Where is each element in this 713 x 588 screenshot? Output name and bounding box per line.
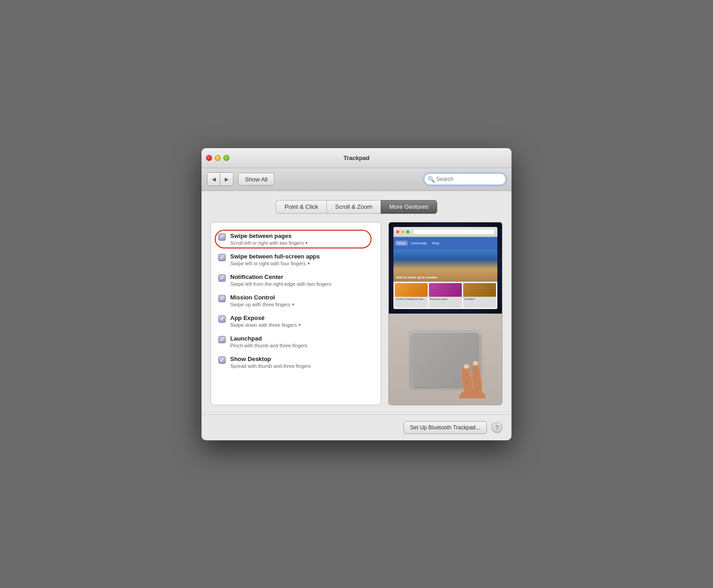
nav-tab-community: Community [409, 241, 429, 246]
back-button[interactable]: ◀ [207, 173, 220, 186]
hero-image: How to cheer up in London [393, 250, 497, 282]
card3-image [463, 283, 496, 297]
checkbox-mission-control[interactable] [218, 295, 226, 302]
checkbox-show-desktop[interactable] [218, 356, 226, 364]
browser-url-bar [413, 229, 495, 235]
card2-image [429, 283, 462, 297]
gesture-text-show-desktop: Show DesktopSpread with thumb and three … [230, 356, 373, 369]
forward-button[interactable]: ▶ [220, 173, 233, 186]
gesture-item-swipe-between-pages: Swipe between pagesScroll left or right … [216, 229, 376, 249]
tab-scroll-zoom[interactable]: Scroll & Zoom [326, 200, 381, 214]
nav-buttons: ◀ ▶ [207, 172, 233, 186]
gesture-title-notification-center: Notification Center [230, 273, 373, 280]
gesture-title-app-expose: App Exposé [230, 315, 373, 321]
nav-tab-shop: Shop [430, 241, 441, 246]
minimize-button[interactable] [215, 155, 221, 161]
gesture-text-notification-center: Notification CenterSwipe left from the r… [230, 273, 373, 287]
preview-screen: Home Community Shop How to cheer up in L… [389, 222, 502, 314]
checkbox-launchpad[interactable] [218, 336, 226, 343]
gesture-subtitle-notification-center: Swipe left from the right edge with two … [230, 281, 373, 287]
hero-section: How to cheer up in London [393, 250, 497, 282]
close-button[interactable] [206, 155, 212, 161]
content-grid: A Letter to Reading & more... Pictures &… [393, 282, 497, 309]
gesture-subtitle-show-desktop: Spread with thumb and three fingers [230, 363, 373, 369]
gesture-title-launchpad: Launchpad [230, 335, 373, 342]
preview-area: Home Community Shop How to cheer up in L… [388, 222, 502, 405]
footer: Set Up Bluetooth Trackpad... ? [202, 414, 512, 440]
content-area: Point & Click Scroll & Zoom More Gesture… [202, 191, 512, 414]
dropdown-arrow-swipe-fullscreen-apps[interactable]: ▾ [308, 261, 310, 266]
dropdown-arrow-app-expose[interactable]: ▾ [299, 323, 301, 327]
gesture-title-mission-control: Mission Control [230, 294, 373, 301]
gesture-item-app-expose: App ExposéSwipe down with three fingers … [216, 311, 376, 331]
checkbox-notification-center[interactable] [218, 274, 226, 282]
gesture-item-mission-control: Mission ControlSwipe up with three finge… [216, 290, 376, 311]
hero-text: How to cheer up in London [396, 276, 437, 279]
tab-point-click[interactable]: Point & Click [276, 200, 326, 214]
traffic-lights [206, 155, 229, 161]
card3-text: Any Bites? [463, 297, 496, 302]
content-card-1: A Letter to Reading & more... [395, 283, 428, 308]
dropdown-arrow-mission-control[interactable]: ▾ [292, 302, 294, 307]
card1-image [395, 283, 428, 297]
gesture-text-swipe-fullscreen-apps: Swipe between full-screen appsSwipe left… [230, 253, 373, 266]
gesture-subtitle-launchpad: Pinch with thumb and three fingers [230, 343, 373, 348]
titlebar: Trackpad [202, 148, 512, 168]
search-box: 🔍 [424, 173, 506, 185]
browser-close [396, 230, 399, 233]
search-icon: 🔍 [428, 176, 435, 183]
card1-text: A Letter to Reading & more... [395, 297, 428, 302]
gesture-text-swipe-between-pages: Swipe between pagesScroll left or right … [230, 232, 373, 246]
main-area: Swipe between pagesScroll left or right … [211, 222, 502, 405]
maximize-button[interactable] [223, 155, 229, 161]
preview-trackpad [389, 314, 502, 405]
hand-gesture-image [443, 335, 497, 400]
gesture-title-swipe-between-pages: Swipe between pages [230, 232, 373, 239]
gesture-item-launchpad: LaunchpadPinch with thumb and three fing… [216, 331, 376, 352]
content-card-2: Pictures & stories [429, 283, 462, 308]
nav-tab-home: Home [395, 241, 408, 246]
checkbox-app-expose[interactable] [218, 315, 226, 323]
browser-maximize [406, 230, 409, 233]
toolbar: ◀ ▶ Show All 🔍 [202, 168, 512, 191]
tab-more-gestures[interactable]: More Gestures [381, 200, 437, 214]
gesture-subtitle-app-expose: Swipe down with three fingers ▾ [230, 322, 373, 328]
browser-nav: Home Community Shop [393, 237, 497, 250]
gesture-text-mission-control: Mission ControlSwipe up with three finge… [230, 294, 373, 307]
window-title: Trackpad [343, 155, 369, 161]
checkbox-swipe-between-pages[interactable] [218, 233, 226, 241]
gesture-item-show-desktop: Show DesktopSpread with thumb and three … [216, 352, 376, 372]
gesture-title-swipe-fullscreen-apps: Swipe between full-screen apps [230, 253, 373, 260]
browser-mockup: Home Community Shop How to cheer up in L… [393, 227, 497, 309]
browser-minimize [401, 230, 404, 233]
browser-bar [393, 227, 497, 237]
gesture-item-swipe-fullscreen-apps: Swipe between full-screen appsSwipe left… [216, 249, 376, 270]
setup-bluetooth-button[interactable]: Set Up Bluetooth Trackpad... [403, 421, 487, 434]
settings-panel: Swipe between pagesScroll left or right … [211, 222, 381, 405]
show-all-button[interactable]: Show All [238, 173, 274, 186]
gesture-title-show-desktop: Show Desktop [230, 356, 373, 362]
tab-bar: Point & Click Scroll & Zoom More Gesture… [211, 200, 502, 214]
gesture-subtitle-swipe-between-pages: Scroll left or right with two fingers ▾ [230, 240, 373, 246]
gesture-text-app-expose: App ExposéSwipe down with three fingers … [230, 315, 373, 328]
card2-text: Pictures & stories [429, 297, 462, 302]
gesture-text-launchpad: LaunchpadPinch with thumb and three fing… [230, 335, 373, 348]
checkbox-swipe-fullscreen-apps[interactable] [218, 254, 226, 261]
content-card-3: Any Bites? [463, 283, 496, 308]
browser-main: Home Community Shop How to cheer up in L… [393, 237, 497, 309]
trackpad-window: Trackpad ◀ ▶ Show All 🔍 Point & Click Sc… [202, 148, 512, 440]
dropdown-arrow-swipe-between-pages[interactable]: ▾ [305, 241, 308, 245]
search-input[interactable] [424, 173, 506, 185]
gesture-subtitle-swipe-fullscreen-apps: Swipe left or right with four fingers ▾ [230, 261, 373, 266]
gesture-subtitle-mission-control: Swipe up with three fingers ▾ [230, 302, 373, 307]
help-button[interactable]: ? [491, 422, 502, 433]
gesture-item-notification-center: Notification CenterSwipe left from the r… [216, 270, 376, 290]
